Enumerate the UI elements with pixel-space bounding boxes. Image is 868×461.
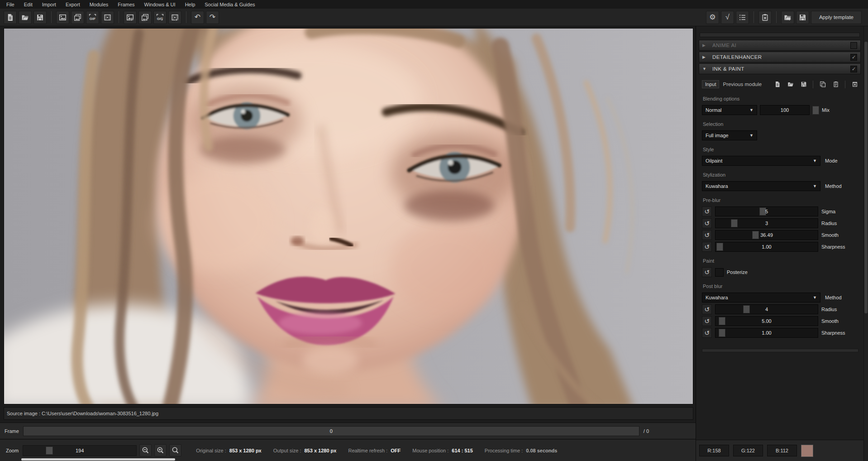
zoom-slider[interactable]: 194 [23,445,137,456]
reset-post-radius-button[interactable]: ↺ [702,304,712,314]
toolbar-separator [186,11,186,23]
radius-slider[interactable]: 3 [715,218,818,228]
film-export-icon [171,14,179,21]
smooth-slider[interactable]: 36.49 [715,230,818,240]
stylization-method-dropdown[interactable]: Kuwahara ▼ [702,181,820,191]
open-file-button[interactable] [19,11,32,24]
post-radius-slider[interactable]: 4 [715,304,818,314]
module-enabled-checkbox[interactable] [850,42,857,49]
canvas-h-scrollbar[interactable] [21,458,175,461]
module-save-button[interactable] [799,80,808,89]
process-settings-button[interactable]: ⚙ [706,11,719,24]
menu-social-media-guides[interactable]: Social Media & Guides [205,2,255,7]
sigma-slider[interactable]: 5 [715,206,818,216]
import-gif-button[interactable] [86,11,99,24]
menu-export[interactable]: Export [66,2,80,7]
module-copy-button[interactable] [818,80,827,89]
export-image-button[interactable] [124,11,137,24]
delete-box-icon [852,81,858,87]
post-radius-slider-row: ↺ 4 Radius [702,304,859,314]
status-bar: Zoom 194 Original size :853 x 1280 px Ou… [0,440,696,461]
reset-sigma-button[interactable]: ↺ [702,206,712,216]
reset-radius-button[interactable]: ↺ [702,218,712,228]
sigma-slider-row: ↺ 5 Sigma [702,206,859,216]
folder-icon [787,81,794,87]
load-template-button[interactable] [781,11,794,24]
zoom-in-button[interactable] [154,444,167,456]
clear-template-button[interactable] [758,11,772,24]
export-gif-button[interactable] [153,11,167,24]
menu-import[interactable]: Import [42,2,56,7]
apply-template-button[interactable]: Apply template [811,11,862,24]
frame-bar: Frame 0 / 0 [0,423,696,439]
menu-windows-ui[interactable]: Windows & UI [144,2,176,7]
import-image-sequence-button[interactable] [71,11,84,24]
export-video-button[interactable] [168,11,181,24]
save-button[interactable] [33,11,47,24]
selection-label: Selection [703,121,859,127]
post-smooth-slider-row: ↺ 5.00 Smooth [702,316,859,326]
module-title: INK & PAINT [712,66,845,72]
validate-script-button[interactable]: √ [721,11,734,24]
processing-time-status: Processing time :0.08 seconds [485,448,557,453]
menu-file[interactable]: File [6,2,14,7]
ink-paint-settings: Input Previous module Blending options N… [696,74,863,352]
mix-slider-handle[interactable] [812,106,819,115]
export-image-sequence-button[interactable] [138,11,152,24]
source-path-text: Source image : C:\Users\user\Downloads\w… [7,411,158,416]
selection-value: Full image [706,133,729,138]
panel-v-scrollbar-thumb[interactable] [864,42,868,313]
toolbar-separator [51,11,52,23]
module-enabled-checkbox[interactable]: ✓ [850,54,857,61]
posterize-checkbox[interactable] [715,268,724,277]
redo-button[interactable]: ↷ [206,11,219,24]
main-toolbar: ↶ ↷ ⚙ √ Apply template [0,9,868,26]
save-template-button[interactable] [796,11,809,24]
module-new-button[interactable] [773,80,782,89]
zoom-out-button[interactable] [139,444,152,456]
selection-dropdown[interactable]: Full image ▼ [702,130,757,140]
mix-value-field[interactable]: 100 [760,105,810,115]
post-sharpness-slider[interactable]: 1.00 [715,328,818,338]
menu-help[interactable]: Help [185,2,196,7]
blend-mode-value: Normal [706,107,721,113]
module-title: ANIME AI [712,43,845,48]
zoom-fit-button[interactable] [169,444,181,456]
module-header-anime-ai[interactable]: ▶ ANIME AI [699,40,861,51]
style-label: Style [703,147,859,152]
task-list-button[interactable] [736,11,749,24]
stylization-label: Stylization [703,172,859,178]
color-readout-bar: R:158 G:122 B:112 [696,440,864,461]
reset-post-sharpness-button[interactable]: ↺ [702,328,712,338]
blend-mode-dropdown[interactable]: Normal ▼ [702,105,757,115]
reset-sharpness-button[interactable]: ↺ [702,242,712,252]
input-source-value[interactable]: Previous module [723,82,769,87]
module-header-detailenhancer[interactable]: ▶ DETAILENHANCER ✓ [699,52,861,62]
sharpness-slider[interactable]: 1.00 [715,242,818,252]
frame-slider[interactable]: 0 [23,426,639,436]
import-video-button[interactable] [101,11,114,24]
menu-frames[interactable]: Frames [118,2,134,7]
post-smooth-slider[interactable]: 5.00 [715,316,818,326]
panel-v-scrollbar[interactable] [863,26,868,461]
style-mode-dropdown[interactable]: Oilpaint ▼ [702,156,820,166]
image-canvas[interactable] [4,28,693,404]
zoom-label: Zoom [6,448,19,453]
post-blur-method-dropdown[interactable]: Kuwahara ▼ [702,293,820,303]
module-enabled-checkbox[interactable]: ✓ [850,66,857,72]
menu-modules[interactable]: Modules [90,2,109,7]
module-paste-button[interactable] [831,80,840,89]
post-sharpness-slider-row: ↺ 1.00 Sharpness [702,328,859,338]
reset-smooth-button[interactable]: ↺ [702,230,712,240]
module-reset-button[interactable] [850,80,859,89]
reset-posterize-button[interactable]: ↺ [702,267,712,277]
radius-slider-row: ↺ 3 Radius [702,218,859,228]
reset-post-smooth-button[interactable]: ↺ [702,316,712,326]
module-header-ink-and-paint[interactable]: ▼ INK & PAINT ✓ [699,63,861,74]
menu-edit[interactable]: Edit [24,2,33,7]
undo-button[interactable]: ↶ [191,11,204,24]
input-source-row: Input Previous module [702,79,859,90]
import-image-button[interactable] [56,11,69,24]
module-open-button[interactable] [786,80,795,89]
new-file-button[interactable] [4,11,17,24]
